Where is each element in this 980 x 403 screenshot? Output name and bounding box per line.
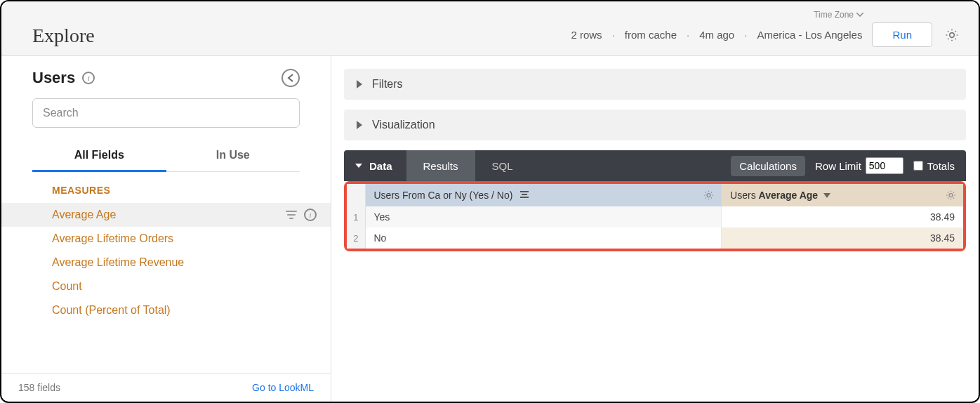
totals-toggle[interactable]: Totals xyxy=(913,160,955,172)
table-row: 2 No 38.45 xyxy=(347,227,963,249)
table-row: 1 Yes 38.49 xyxy=(347,206,963,227)
collapse-sidebar-button[interactable] xyxy=(282,69,300,87)
status-rows: 2 rows xyxy=(571,29,602,41)
data-section-toggle[interactable]: Data xyxy=(355,160,406,172)
filters-section[interactable]: Filters xyxy=(344,69,966,100)
cell-dimension[interactable]: Yes xyxy=(365,206,722,227)
tab-in-use[interactable]: In Use xyxy=(166,140,300,172)
row-number: 2 xyxy=(347,227,365,249)
field-average-lifetime-orders[interactable]: Average Lifetime Orders xyxy=(1,227,331,251)
page-title: Explore xyxy=(32,25,571,47)
status-cache: from cache xyxy=(625,29,677,41)
pivot-icon xyxy=(519,190,529,199)
info-icon[interactable]: i xyxy=(82,72,95,84)
filter-icon[interactable] xyxy=(286,210,297,220)
row-limit-input[interactable] xyxy=(866,157,903,174)
field-average-age[interactable]: Average Age i xyxy=(1,203,331,227)
main-content: Filters Visualization Data Results SQL C… xyxy=(331,56,979,402)
measures-section-label: MEASURES xyxy=(1,185,331,203)
caret-right-icon xyxy=(357,80,362,88)
status-timezone: America - Los Angeles xyxy=(757,29,862,41)
visualization-section[interactable]: Visualization xyxy=(344,110,966,140)
field-count[interactable]: Count xyxy=(1,275,331,298)
field-average-lifetime-revenue[interactable]: Average Lifetime Revenue xyxy=(1,251,331,275)
calculations-button[interactable]: Calculations xyxy=(731,156,805,176)
info-icon[interactable]: i xyxy=(304,209,317,221)
column-gear-button[interactable] xyxy=(946,190,956,201)
caret-right-icon xyxy=(357,121,362,129)
chevron-left-icon xyxy=(287,74,294,82)
header: Explore Time Zone 2 rows · from cache · … xyxy=(1,1,979,56)
field-picker-sidebar: Users i All Fields In Use MEASURES Avera… xyxy=(1,56,331,402)
search-input[interactable] xyxy=(32,98,300,128)
chevron-down-icon xyxy=(856,13,863,17)
go-to-lookml-link[interactable]: Go to LookML xyxy=(252,382,314,393)
fields-count: 158 fields xyxy=(18,382,60,393)
cell-dimension[interactable]: No xyxy=(365,227,722,249)
view-name: Users i xyxy=(32,69,95,87)
tab-sql[interactable]: SQL xyxy=(475,150,530,181)
cell-measure[interactable]: 38.45 xyxy=(722,227,963,249)
timezone-selector[interactable]: Time Zone xyxy=(814,10,863,20)
column-gear-button[interactable] xyxy=(703,190,714,201)
totals-checkbox[interactable] xyxy=(913,161,923,171)
caret-down-icon xyxy=(355,164,362,168)
tab-all-fields[interactable]: All Fields xyxy=(32,140,166,172)
row-limit-label: Row Limit xyxy=(815,160,861,172)
data-bar: Data Results SQL Calculations Row Limit … xyxy=(344,150,966,181)
data-table-highlight: Users From Ca or Ny (Yes / No) xyxy=(344,181,966,251)
settings-button[interactable] xyxy=(942,25,962,45)
tab-results[interactable]: Results xyxy=(406,150,475,181)
field-count-percent-of-total[interactable]: Count (Percent of Total) xyxy=(1,298,331,322)
column-header-dimension[interactable]: Users From Ca or Ny (Yes / No) xyxy=(365,184,722,206)
gear-icon xyxy=(945,28,959,42)
status-age: 4m ago xyxy=(699,29,734,41)
data-table: Users From Ca or Ny (Yes / No) xyxy=(347,184,963,249)
sort-desc-icon xyxy=(823,193,830,199)
row-number: 1 xyxy=(347,206,365,227)
column-header-measure[interactable]: Users Average Age xyxy=(722,184,963,206)
run-button[interactable]: Run xyxy=(872,22,932,47)
cell-measure[interactable]: 38.49 xyxy=(722,206,963,227)
